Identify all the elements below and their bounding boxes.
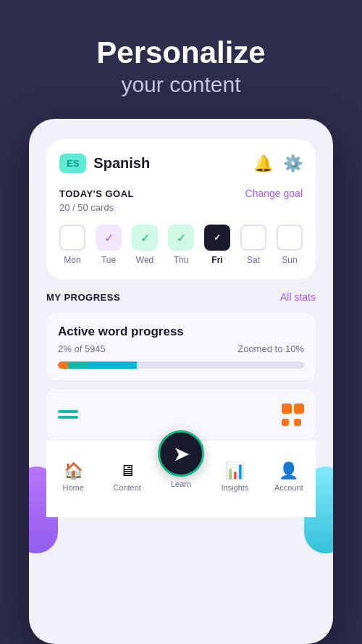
header-subtitle: your content bbox=[22, 72, 340, 97]
day-label-mon: Mon bbox=[64, 255, 80, 265]
content-icon: 🖥 bbox=[119, 461, 135, 480]
bar-orange bbox=[58, 361, 68, 369]
progress-section: MY PROGRESS All stats Active word progre… bbox=[46, 291, 316, 440]
day-label-thu: Thu bbox=[174, 255, 189, 265]
nav-insights-label: Insights bbox=[221, 483, 248, 492]
orange-grid-icon bbox=[282, 403, 304, 426]
phone-mockup: ES Spanish 🔔 ⚙️ TODAY'S GOAL Change goal… bbox=[29, 119, 333, 644]
goal-title: TODAY'S GOAL bbox=[59, 188, 134, 199]
nav-home[interactable]: 🏠 Home bbox=[46, 461, 100, 492]
ogrid-3 bbox=[282, 419, 289, 426]
day-label-tue: Tue bbox=[101, 255, 116, 265]
bar-teal bbox=[68, 361, 88, 369]
nav-content-label: Content bbox=[113, 483, 141, 492]
nav-learn-label: Learn bbox=[171, 480, 191, 488]
language-badge: ES bbox=[59, 154, 86, 173]
day-fri: ✓ Fri bbox=[204, 225, 230, 265]
day-label-sun: Sun bbox=[282, 255, 297, 265]
progress-title: MY PROGRESS bbox=[46, 292, 120, 303]
all-stats-link[interactable]: All stats bbox=[280, 291, 316, 303]
learn-fab[interactable]: ➤ bbox=[158, 430, 204, 477]
day-thu: ✓ Thu bbox=[168, 225, 194, 265]
bell-icon[interactable]: 🔔 bbox=[253, 154, 273, 173]
hline-1 bbox=[58, 410, 78, 413]
day-wed: ✓ Wed bbox=[132, 225, 158, 265]
word-progress-card: Active word progress 2% of 5945 Zoomed t… bbox=[46, 313, 316, 380]
nav-content[interactable]: 🖥 Content bbox=[100, 461, 153, 492]
day-mon: Mon bbox=[59, 225, 85, 265]
day-tue: ✓ Tue bbox=[96, 225, 122, 265]
home-icon: 🏠 bbox=[64, 461, 83, 480]
day-box-mon bbox=[59, 225, 85, 251]
day-box-fri: ✓ bbox=[204, 225, 230, 251]
learn-fab-icon: ➤ bbox=[173, 442, 190, 466]
nav-home-label: Home bbox=[63, 483, 84, 492]
day-sun: Sun bbox=[277, 225, 303, 265]
header-section: Personalize your content bbox=[0, 0, 362, 119]
day-box-wed: ✓ bbox=[132, 225, 158, 251]
bar-cyan bbox=[88, 361, 137, 369]
day-label-fri: Fri bbox=[211, 255, 222, 265]
bottom-nav: 🏠 Home 🖥 Content ➤ Learn 📊 Insights 👤 Ac… bbox=[46, 440, 316, 517]
settings-icon[interactable]: ⚙️ bbox=[283, 154, 303, 173]
lang-left: ES Spanish bbox=[59, 154, 150, 173]
hamburger-icon bbox=[58, 410, 78, 419]
nav-learn[interactable]: ➤ Learn bbox=[154, 430, 208, 488]
day-label-sat: Sat bbox=[247, 255, 260, 265]
language-icons: 🔔 ⚙️ bbox=[253, 154, 303, 173]
day-tracker: Mon ✓ Tue ✓ Wed ✓ Thu ✓ Fri bbox=[59, 225, 303, 265]
day-box-tue: ✓ bbox=[96, 225, 122, 251]
account-icon: 👤 bbox=[279, 461, 298, 480]
nav-account-label: Account bbox=[274, 483, 303, 492]
goal-section: TODAY'S GOAL Change goal 20 / 50 cards bbox=[59, 188, 303, 213]
word-stats-row: 2% of 5945 Zoomed to 10% bbox=[58, 343, 304, 354]
ogrid-4 bbox=[294, 419, 301, 426]
ogrid-2 bbox=[294, 403, 304, 414]
nav-insights[interactable]: 📊 Insights bbox=[208, 461, 261, 492]
day-box-sun bbox=[277, 225, 303, 251]
day-box-sat bbox=[240, 225, 266, 251]
language-name: Spanish bbox=[93, 155, 150, 172]
progress-bar bbox=[58, 361, 304, 369]
goal-count: 20 / 50 cards bbox=[59, 202, 303, 213]
word-percentage: 2% of 5945 bbox=[58, 343, 106, 354]
nav-account[interactable]: 👤 Account bbox=[262, 461, 316, 492]
ogrid-1 bbox=[282, 403, 292, 414]
app-content: ES Spanish 🔔 ⚙️ TODAY'S GOAL Change goal… bbox=[46, 139, 316, 280]
change-goal-button[interactable]: Change goal bbox=[245, 188, 303, 199]
word-card-title: Active word progress bbox=[58, 325, 304, 339]
day-box-thu: ✓ bbox=[168, 225, 194, 251]
day-sat: Sat bbox=[240, 225, 266, 265]
progress-header: MY PROGRESS All stats bbox=[46, 291, 316, 303]
insights-icon: 📊 bbox=[225, 461, 245, 480]
zoom-label: Zoomed to 10% bbox=[237, 343, 304, 354]
day-label-wed: Wed bbox=[136, 255, 153, 265]
language-header: ES Spanish 🔔 ⚙️ bbox=[59, 154, 303, 173]
hline-2 bbox=[58, 416, 78, 419]
header-title: Personalize bbox=[22, 36, 340, 70]
goal-header: TODAY'S GOAL Change goal bbox=[59, 188, 303, 199]
